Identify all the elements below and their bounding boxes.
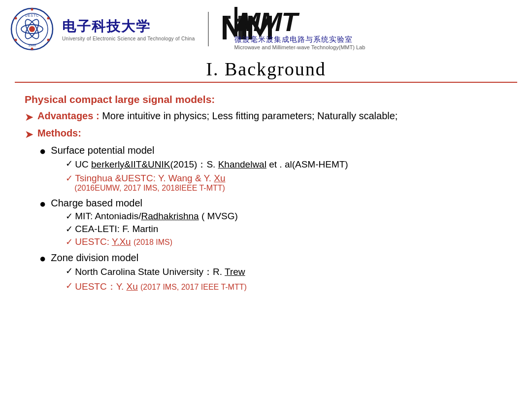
check-3: ✓	[66, 211, 73, 222]
mit-text: MIT: Antoniadis/Radhakrishna ( MVSG)	[75, 211, 238, 222]
content-area: Physical compact large signal models: ➤ …	[0, 85, 532, 308]
header: 1960 UESTC 电子科技大学 University of Electron…	[0, 0, 532, 55]
slide-title: I. Background	[0, 58, 532, 80]
arrow-symbol-2: ➤	[25, 128, 33, 141]
zone-division-item: ● Zone division model ✓ North Carolina S…	[39, 252, 507, 295]
check-2: ✓	[66, 173, 73, 184]
check-uestc-charge: ✓ UESTC: Y.Xu (2018 IMS)	[66, 236, 238, 247]
svg-point-2	[29, 26, 35, 32]
zone-check-list: ✓ North Carolina State University：R. Tre…	[51, 266, 247, 293]
header-divider	[208, 12, 209, 46]
check-tsinghua-ref: (2016EUMW, 2017 IMS, 2018IEEE T-MTT)	[74, 184, 348, 193]
dot-1: ●	[39, 145, 46, 158]
uestc-charge-text: UESTC: Y.Xu (2018 IMS)	[75, 236, 172, 247]
university-cn-name: 电子科技大学	[62, 17, 151, 36]
lab-cn-name: 微波毫米波集成电路与系统实验室	[234, 35, 353, 44]
arrow-bullet-list: ➤ Advantages : More intuitive in physics…	[25, 110, 507, 141]
check-uestc-zone: ✓ UESTC：Y. Xu (2017 IMS, 2017 IEEE T-MTT…	[66, 280, 247, 293]
methods-label: Methods:	[37, 128, 81, 139]
charge-check-list: ✓ MIT: Antoniadis/Radhakrishna ( MVSG) ✓…	[51, 211, 238, 247]
lab-en-name: Microwave and Millimeter-wave Technology…	[234, 44, 366, 50]
slide-container: 1960 UESTC 电子科技大学 University of Electron…	[0, 0, 532, 403]
methods-list: ● Surface potential model ✓ UC berkerly&…	[25, 145, 507, 295]
university-en-name: University of Electronic Science and Tec…	[62, 36, 195, 41]
svg-point-6	[31, 8, 33, 11]
svg-point-9	[31, 48, 33, 50]
check-7: ✓	[66, 280, 73, 291]
uc-text: UC berkerly&IIT&UNIK(2015)：S. Khandelwal…	[75, 158, 348, 171]
svg-text:UESTC: UESTC	[25, 14, 39, 17]
surface-check-list: ✓ UC berkerly&IIT&UNIK(2015)：S. Khandelw…	[51, 158, 348, 193]
svg-point-10	[15, 39, 17, 41]
tsinghua-ref: (2016EUMW, 2017 IMS, 2018IEEE T-MTT)	[74, 184, 225, 193]
check-4: ✓	[66, 224, 73, 235]
dot-3: ●	[39, 252, 46, 265]
methods-item: ➤ Methods:	[25, 128, 507, 141]
advantages-item: ➤ Advantages : More intuitive in physics…	[25, 110, 507, 124]
arrow-symbol-1: ➤	[25, 111, 33, 124]
svg-point-11	[15, 17, 17, 20]
advantages-text: More intuitive in physics; Less fitting …	[102, 110, 398, 121]
charge-based-label: Charge based model	[51, 198, 142, 208]
surface-potential-item: ● Surface potential model ✓ UC berkerly&…	[39, 145, 507, 195]
uestc-logo: 1960 UESTC	[10, 7, 54, 51]
check-uc: ✓ UC berkerly&IIT&UNIK(2015)：S. Khandelw…	[66, 158, 348, 171]
advantages-content: Advantages : More intuitive in physics; …	[37, 110, 398, 122]
advantages-label: Advantages :	[37, 110, 100, 121]
uestc-zone-text: UESTC：Y. Xu (2017 IMS, 2017 IEEE T-MTT)	[75, 280, 247, 293]
title-section: I. Background	[0, 55, 532, 85]
zone-division-label: Zone division model	[51, 252, 138, 263]
cea-text: CEA-LETI: F. Martin	[75, 224, 158, 235]
dot-2: ●	[39, 198, 46, 210]
surface-potential-label: Surface potential model	[51, 145, 154, 156]
mmt-block: MMT 微波毫米波集成电路与系统实验室 Microwave and Millim…	[234, 8, 366, 50]
svg-point-8	[47, 39, 50, 41]
check-6: ✓	[66, 266, 73, 276]
title-underline	[15, 82, 517, 83]
check-mit: ✓ MIT: Antoniadis/Radhakrishna ( MVSG)	[66, 211, 238, 222]
check-1: ✓	[66, 158, 73, 169]
check-5: ✓	[66, 236, 73, 247]
svg-text:1960: 1960	[28, 43, 36, 47]
mmt-logo-letters: MMT	[234, 8, 298, 35]
charge-based-block: Charge based model ✓ MIT: Antoniadis/Rad…	[51, 198, 238, 249]
svg-point-7	[47, 17, 50, 20]
university-name-block: 电子科技大学 University of Electronic Science …	[62, 17, 195, 41]
ncsu-text: North Carolina State University：R. Trew	[75, 266, 245, 278]
tsinghua-text: Tsinghua &UESTC: Y. Wang & Y. Xu	[75, 173, 225, 184]
check-ncsu: ✓ North Carolina State University：R. Tre…	[66, 266, 247, 278]
charge-based-item: ● Charge based model ✓ MIT: Antoniadis/R…	[39, 198, 507, 249]
check-cea: ✓ CEA-LETI: F. Martin	[66, 224, 238, 235]
surface-potential-block: Surface potential model ✓ UC berkerly&II…	[51, 145, 348, 195]
section-heading: Physical compact large signal models:	[25, 94, 507, 105]
check-tsinghua: ✓ Tsinghua &UESTC: Y. Wang & Y. Xu	[66, 173, 348, 184]
zone-division-block: Zone division model ✓ North Carolina Sta…	[51, 252, 247, 295]
